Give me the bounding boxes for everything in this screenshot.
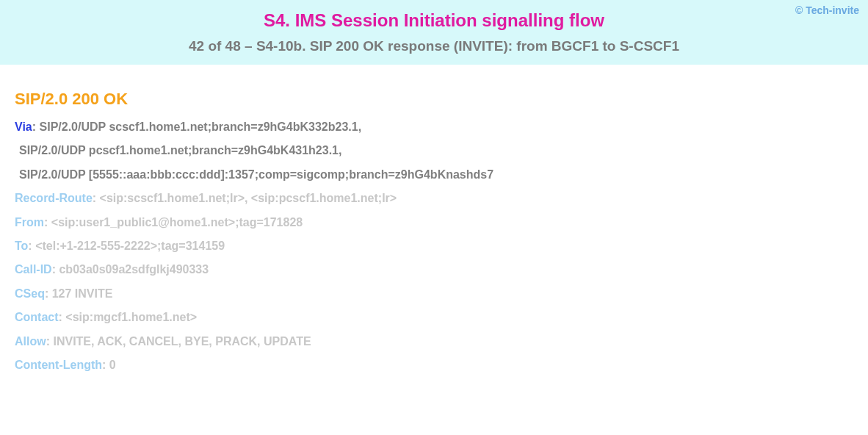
from-header: From: <sip:user1_public1@home1.net>;tag=… <box>15 215 853 231</box>
record-route-value: <sip:scscf1.home1.net;lr>, <sip:pcscf1.h… <box>100 192 397 204</box>
page-title: S4. IMS Session Initiation signalling fl… <box>9 7 859 31</box>
sip-status-line: SIP/2.0 200 OK <box>15 90 853 109</box>
to-label: To <box>15 240 28 252</box>
via-label: Via <box>15 121 32 133</box>
contact-header: Contact: <sip:mgcf1.home1.net> <box>15 309 853 326</box>
contact-label: Contact <box>15 311 59 323</box>
via-line-1: SIP/2.0/UDP scscf1.home1.net;branch=z9hG… <box>40 121 362 133</box>
call-id-value: cb03a0s09a2sdfglkj490333 <box>59 263 209 276</box>
sip-message-body: SIP/2.0 200 OK Via: SIP/2.0/UDP scscf1.h… <box>0 65 868 373</box>
allow-value: INVITE, ACK, CANCEL, BYE, PRACK, UPDATE <box>53 335 311 348</box>
header-banner: © Tech-invite S4. IMS Session Initiation… <box>0 0 868 65</box>
content-length-value: 0 <box>109 359 116 371</box>
allow-label: Allow <box>15 335 46 348</box>
from-value: <sip:user1_public1@home1.net>;tag=171828 <box>51 216 303 229</box>
record-route-header: Record-Route: <sip:scscf1.home1.net;lr>,… <box>15 190 853 206</box>
content-length-header: Content-Length: 0 <box>15 357 853 373</box>
to-value: <tel:+1-212-555-2222>;tag=314159 <box>35 240 225 252</box>
record-route-label: Record-Route <box>15 192 93 204</box>
via-header: Via: SIP/2.0/UDP scscf1.home1.net;branch… <box>15 119 853 135</box>
cseq-value: 127 INVITE <box>52 287 113 300</box>
content-length-label: Content-Length <box>15 359 102 371</box>
via-line-2-row: SIP/2.0/UDP pcscf1.home1.net;branch=z9hG… <box>19 143 853 159</box>
call-id-label: Call-ID <box>15 263 52 276</box>
allow-header: Allow: INVITE, ACK, CANCEL, BYE, PRACK, … <box>15 334 853 350</box>
copyright-text: © Tech-invite <box>795 4 859 16</box>
from-label: From <box>15 216 44 229</box>
contact-value: <sip:mgcf1.home1.net> <box>65 311 197 323</box>
cseq-label: CSeq <box>15 287 45 300</box>
to-header: To: <tel:+1-212-555-2222>;tag=314159 <box>15 238 853 254</box>
call-id-header: Call-ID: cb03a0s09a2sdfglkj490333 <box>15 262 853 278</box>
via-line-3-row: SIP/2.0/UDP [5555::aaa:bbb:ccc:ddd]:1357… <box>19 167 853 183</box>
via-line-3: SIP/2.0/UDP [5555::aaa:bbb:ccc:ddd]:1357… <box>19 168 493 181</box>
cseq-header: CSeq: 127 INVITE <box>15 286 853 302</box>
page-subtitle: 42 of 48 – S4-10b. SIP 200 OK response (… <box>9 38 859 54</box>
via-line-2: SIP/2.0/UDP pcscf1.home1.net;branch=z9hG… <box>19 144 341 157</box>
